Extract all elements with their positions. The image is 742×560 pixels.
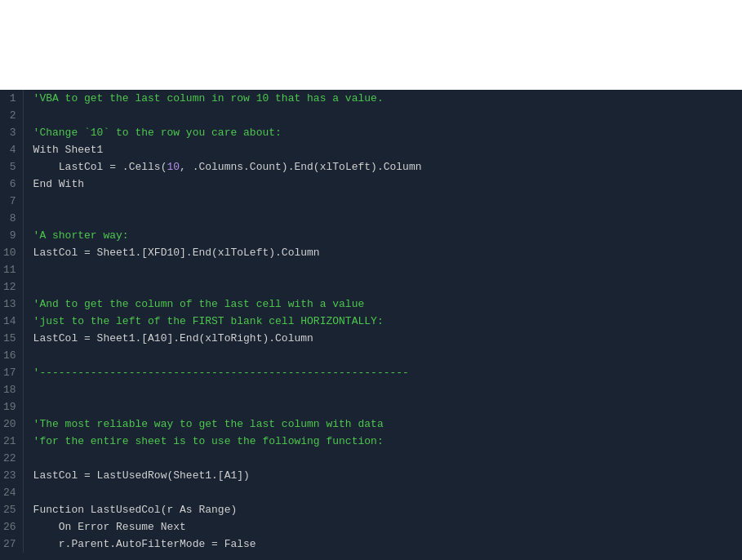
line-number: 23: [0, 467, 23, 484]
code-line: 19: [0, 398, 742, 416]
code-segment: r.Parent.AutoFilterMode = False: [33, 538, 256, 550]
code-line: 5 LastCol = .Cells(10, .Columns.Count).E…: [0, 158, 742, 176]
code-segment: 'VBA to get the last column in row 10 th…: [33, 92, 384, 104]
line-content: With Sheet1: [23, 141, 742, 158]
code-segment: LastCol = Sheet1.[A10].End(xlToRight).Co…: [33, 332, 313, 344]
code-segment: 'for the entire sheet is to use the foll…: [33, 435, 384, 447]
line-number: 10: [0, 244, 23, 261]
code-line: 26 On Error Resume Next: [0, 518, 742, 536]
code-segment: 'just to the left of the FIRST blank cel…: [33, 315, 384, 327]
code-line: 11: [0, 261, 742, 278]
line-content: 'The most reliable way to get the last c…: [23, 416, 742, 433]
code-line: 22: [0, 450, 742, 467]
code-segment: '---------------------------------------…: [33, 367, 409, 379]
line-content: 'just to the left of the FIRST blank cel…: [23, 313, 742, 330]
code-segment: 'Change `10` to the row you care about:: [33, 127, 282, 139]
line-content: End With: [23, 176, 742, 193]
line-number: 1: [0, 90, 23, 107]
code-segment: End With: [33, 178, 84, 190]
line-content: LastCol = .Cells(10, .Columns.Count).End…: [23, 158, 742, 176]
line-content: 'A shorter way:: [23, 227, 742, 244]
code-line: 8: [0, 210, 742, 227]
code-line: 15LastCol = Sheet1.[A10].End(xlToRight).…: [0, 330, 742, 347]
code-segment: LastCol = .Cells(: [33, 161, 167, 173]
line-number: 2: [0, 107, 23, 124]
line-number: 14: [0, 313, 23, 330]
line-content: '---------------------------------------…: [23, 364, 742, 381]
line-content: [23, 278, 742, 296]
code-segment: 'And to get the column of the last cell …: [33, 298, 365, 310]
code-segment: LastCol = Sheet1.[XFD10].End(xlToLeft).C…: [33, 247, 320, 259]
code-line: 18: [0, 381, 742, 398]
line-number: 4: [0, 141, 23, 158]
code-segment: With Sheet1: [33, 144, 104, 156]
line-number: 22: [0, 450, 23, 467]
code-segment: LastCol = LastUsedRow(Sheet1.[A1]): [33, 469, 250, 482]
line-content: 'And to get the column of the last cell …: [23, 296, 742, 313]
code-line: 12: [0, 278, 742, 296]
line-number: 9: [0, 227, 23, 244]
line-number: 5: [0, 158, 23, 176]
line-content: On Error Resume Next: [23, 518, 742, 536]
code-line: 4With Sheet1: [0, 141, 742, 158]
code-line: 9'A shorter way:: [0, 227, 742, 244]
code-line: 27 r.Parent.AutoFilterMode = False: [0, 536, 742, 553]
line-content: r.Parent.AutoFilterMode = False: [23, 536, 742, 553]
line-content: Function LastUsedCol(r As Range): [23, 501, 742, 518]
line-number: 11: [0, 261, 23, 278]
line-number: 25: [0, 501, 23, 518]
line-number: 7: [0, 193, 23, 210]
line-content: [23, 347, 742, 364]
line-content: LastCol = Sheet1.[A10].End(xlToRight).Co…: [23, 330, 742, 347]
line-number: 19: [0, 398, 23, 416]
code-editor: 1'VBA to get the last column in row 10 t…: [0, 90, 742, 560]
code-segment: On Error Resume Next: [33, 521, 186, 533]
line-content: [23, 107, 742, 124]
line-content: [23, 398, 742, 416]
code-segment: , .Columns.Count).End(xlToLeft).Column: [180, 161, 421, 173]
line-content: [23, 484, 742, 501]
line-number: 18: [0, 381, 23, 398]
code-segment: 10: [167, 161, 180, 173]
code-line: 2: [0, 107, 742, 124]
code-line: 13'And to get the column of the last cel…: [0, 296, 742, 313]
line-number: 16: [0, 347, 23, 364]
line-number: 6: [0, 176, 23, 193]
code-line: 7: [0, 193, 742, 210]
line-content: [23, 210, 742, 227]
code-segment: Function LastUsedCol(r As Range): [33, 504, 238, 516]
line-number: 24: [0, 484, 23, 501]
code-segment: 'A shorter way:: [33, 229, 129, 242]
code-line: 20'The most reliable way to get the last…: [0, 416, 742, 433]
code-table: 1'VBA to get the last column in row 10 t…: [0, 90, 742, 553]
line-number: 17: [0, 364, 23, 381]
line-number: 20: [0, 416, 23, 433]
line-number: 12: [0, 278, 23, 296]
line-number: 26: [0, 518, 23, 536]
code-line: 3'Change `10` to the row you care about:: [0, 124, 742, 141]
code-line: 10LastCol = Sheet1.[XFD10].End(xlToLeft)…: [0, 244, 742, 261]
code-line: 16: [0, 347, 742, 364]
code-line: 25Function LastUsedCol(r As Range): [0, 501, 742, 518]
line-content: [23, 193, 742, 210]
line-content: [23, 381, 742, 398]
line-number: 8: [0, 210, 23, 227]
top-white-area: [0, 0, 742, 90]
line-content: [23, 261, 742, 278]
code-line: 24: [0, 484, 742, 501]
line-content: LastCol = LastUsedRow(Sheet1.[A1]): [23, 467, 742, 484]
line-number: 15: [0, 330, 23, 347]
line-content: 'VBA to get the last column in row 10 th…: [23, 90, 742, 107]
line-content: 'Change `10` to the row you care about:: [23, 124, 742, 141]
line-number: 3: [0, 124, 23, 141]
code-line: 6End With: [0, 176, 742, 193]
code-line: 14'just to the left of the FIRST blank c…: [0, 313, 742, 330]
code-line: 1'VBA to get the last column in row 10 t…: [0, 90, 742, 107]
line-content: LastCol = Sheet1.[XFD10].End(xlToLeft).C…: [23, 244, 742, 261]
line-content: 'for the entire sheet is to use the foll…: [23, 433, 742, 450]
code-segment: 'The most reliable way to get the last c…: [33, 418, 384, 430]
code-line: 21'for the entire sheet is to use the fo…: [0, 433, 742, 450]
code-line: 23LastCol = LastUsedRow(Sheet1.[A1]): [0, 467, 742, 484]
line-number: 27: [0, 536, 23, 553]
line-content: [23, 450, 742, 467]
